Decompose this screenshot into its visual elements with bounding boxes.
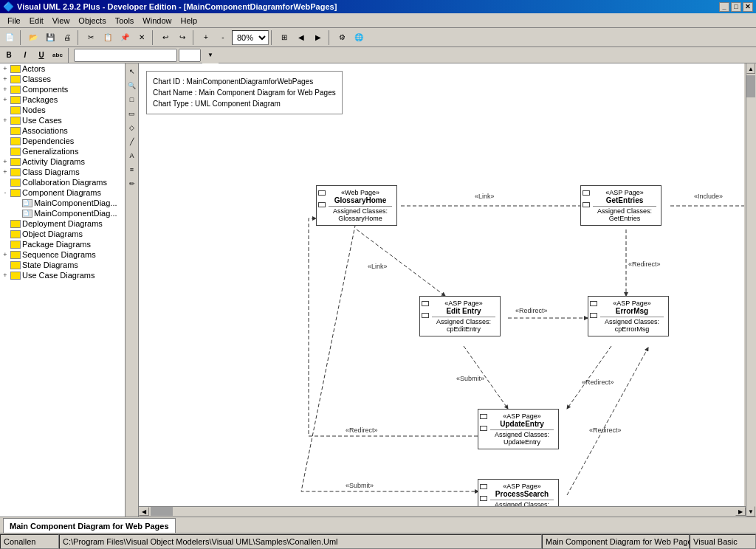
- open-button[interactable]: 📂: [25, 30, 41, 46]
- tool-arrow[interactable]: ↖: [126, 65, 138, 78]
- sidebar-item-usecases[interactable]: + Use Cases: [0, 115, 125, 125]
- tree-toggle-packages: +: [0, 96, 10, 103]
- svg-text:«Redirect»: «Redirect»: [515, 307, 548, 314]
- menu-edit[interactable]: Edit: [25, 15, 48, 27]
- sidebar-label-mc2: MainComponentDiag...: [34, 209, 117, 218]
- sidebar-item-object-diagrams[interactable]: Object Diagrams: [0, 229, 125, 239]
- menu-file[interactable]: File: [3, 15, 25, 27]
- canvas-area[interactable]: Chart ID : MainComponentDiagramforWebPag…: [139, 63, 756, 517]
- zoom-out-button[interactable]: -: [215, 30, 231, 46]
- scrollbar-right[interactable]: ▶: [735, 507, 746, 516]
- maximize-button[interactable]: □: [731, 2, 741, 12]
- sidebar-item-maincomp2[interactable]: 📄 MainComponentDiag...: [0, 208, 125, 218]
- horizontal-scrollbar[interactable]: ◀ ▶: [139, 506, 746, 517]
- sidebar-item-components[interactable]: + Components: [0, 84, 125, 94]
- tool-extra2[interactable]: ✏: [126, 177, 138, 190]
- sidebar-label-compdiag: Component Diagrams: [22, 188, 101, 197]
- tool-text[interactable]: A: [126, 149, 138, 162]
- sidebar-item-associations[interactable]: Associations: [0, 125, 125, 136]
- component-glossary-home[interactable]: «Web Page» GlossaryHome Assigned Classes…: [316, 185, 397, 226]
- undo-button[interactable]: ↩: [157, 30, 173, 46]
- save-button[interactable]: 💾: [42, 30, 58, 46]
- sidebar-item-maincomp1[interactable]: 📄 MainComponentDiag...: [0, 198, 125, 208]
- print-button[interactable]: 🖨: [59, 30, 75, 46]
- vertical-scrollbar[interactable]: ▲ ▼: [746, 63, 756, 517]
- nav-prev-button[interactable]: ◀: [293, 30, 309, 46]
- sidebar-item-usecase-diagrams[interactable]: + Use Case Diagrams: [0, 270, 125, 280]
- sidebar-item-generalizations[interactable]: Generalizations: [0, 146, 125, 156]
- copy-button[interactable]: 📋: [100, 30, 116, 46]
- sidebar-label-seqdiag: Sequence Diagrams: [22, 250, 96, 259]
- diagram-svg: «Link» «Include» «Link» «Redirect»: [139, 63, 744, 517]
- scrollbar-up[interactable]: ▲: [746, 63, 755, 74]
- menubar: File Edit View Objects Tools Window Help: [0, 13, 756, 28]
- toolbar-sep-4: [193, 30, 196, 45]
- sidebar-item-package-diagrams[interactable]: Package Diagrams: [0, 239, 125, 249]
- tool-draw3[interactable]: ◇: [126, 121, 138, 134]
- chart-name: Chart Name : Main Component Diagram for …: [153, 87, 336, 98]
- font-btn-extra[interactable]: ▼: [202, 47, 219, 63]
- titlebar: 🔷 Visual UML 2.9.2 Plus - Developer Edit…: [0, 0, 756, 13]
- internet-button[interactable]: 🌐: [351, 30, 367, 46]
- menu-help[interactable]: Help: [176, 15, 202, 27]
- status-pane-1: Conallen: [0, 534, 59, 549]
- new-button[interactable]: 📄: [1, 30, 18, 46]
- component-get-entries[interactable]: «ASP Page» GetEntries Assigned Classes:G…: [580, 185, 662, 226]
- minimize-button[interactable]: _: [719, 2, 729, 12]
- italic-button[interactable]: I: [18, 49, 32, 62]
- menu-window[interactable]: Window: [138, 15, 176, 27]
- tree-toggle-components: +: [0, 86, 10, 93]
- redo-button[interactable]: ↪: [174, 30, 190, 46]
- bold-button[interactable]: B: [1, 49, 16, 62]
- sidebar-item-nodes[interactable]: Nodes: [0, 105, 125, 115]
- sidebar-item-actors[interactable]: + Actors: [0, 63, 125, 74]
- cut-button[interactable]: ✂: [83, 30, 99, 46]
- sidebar-item-sequence-diagrams[interactable]: + Sequence Diagrams: [0, 249, 125, 260]
- scrollbar-hthumb[interactable]: [151, 507, 173, 516]
- sidebar-item-deployment[interactable]: Deployment Diagrams: [0, 218, 125, 229]
- folder-icon-collab: [10, 179, 21, 187]
- tree-toggle-classes: +: [0, 75, 10, 83]
- sidebar-item-activity-diagrams[interactable]: + Activity Diagrams: [0, 156, 125, 167]
- menu-tools[interactable]: Tools: [111, 15, 139, 27]
- scrollbar-thumb[interactable]: [746, 75, 755, 97]
- zoom-in-button[interactable]: +: [198, 30, 214, 46]
- scrollbar-left[interactable]: ◀: [139, 507, 149, 516]
- sidebar-item-classes[interactable]: + Classes: [0, 74, 125, 84]
- titlebar-controls[interactable]: _ □ ✕: [719, 2, 753, 12]
- sidebar-item-packages[interactable]: + Packages: [0, 94, 125, 105]
- sidebar-label-deploy: Deployment Diagrams: [22, 219, 103, 228]
- sidebar-item-collab-diagrams[interactable]: Collaboration Diagrams: [0, 177, 125, 187]
- font-size-input[interactable]: [179, 49, 201, 62]
- properties-button[interactable]: ⚙: [334, 30, 350, 46]
- tool-zoom[interactable]: 🔍: [126, 79, 138, 92]
- component-update-entry[interactable]: «ASP Page» UpdateEntry Assigned Classes:…: [478, 409, 559, 449]
- tree-toggle-actors: +: [0, 65, 10, 72]
- paste-button[interactable]: 📌: [117, 30, 133, 46]
- sidebar-item-dependencies[interactable]: Dependencies: [0, 136, 125, 146]
- sidebar-item-state-diagrams[interactable]: State Diagrams: [0, 260, 125, 270]
- tool-line[interactable]: ╱: [126, 135, 138, 148]
- scrollbar-down[interactable]: ▼: [746, 506, 755, 517]
- nav-next-button[interactable]: ▶: [310, 30, 326, 46]
- sidebar-item-class-diagrams[interactable]: + Class Diagrams: [0, 167, 125, 177]
- component-edit-entry[interactable]: «ASP Page» Edit Entry Assigned Classes:c…: [419, 296, 501, 336]
- align-button[interactable]: ⊞: [276, 30, 292, 46]
- font-family-input[interactable]: [74, 49, 177, 62]
- underline-button[interactable]: U: [34, 49, 49, 62]
- zoom-select[interactable]: 80%: [232, 30, 269, 45]
- status-pane-4: Visual Basic: [690, 534, 756, 549]
- tool-draw1[interactable]: □: [126, 93, 138, 106]
- tool-extra1[interactable]: ≡: [126, 163, 138, 176]
- canvas-scroll[interactable]: Chart ID : MainComponentDiagramforWebPag…: [139, 63, 756, 517]
- tool-draw2[interactable]: ▭: [126, 107, 138, 120]
- close-button[interactable]: ✕: [743, 2, 753, 12]
- delete-button[interactable]: ✕: [134, 30, 150, 46]
- folder-icon-components: [10, 86, 21, 94]
- menu-objects[interactable]: Objects: [74, 15, 110, 27]
- tab-main-component-diagram[interactable]: Main Component Diagram for Web Pages: [3, 518, 176, 533]
- sidebar-item-component-diagrams[interactable]: - Component Diagrams: [0, 187, 125, 198]
- font-extra-button[interactable]: abc: [50, 49, 65, 62]
- component-error-msg[interactable]: «ASP Page» ErrorMsg Assigned Classes:cpE…: [588, 296, 669, 336]
- menu-view[interactable]: View: [48, 15, 75, 27]
